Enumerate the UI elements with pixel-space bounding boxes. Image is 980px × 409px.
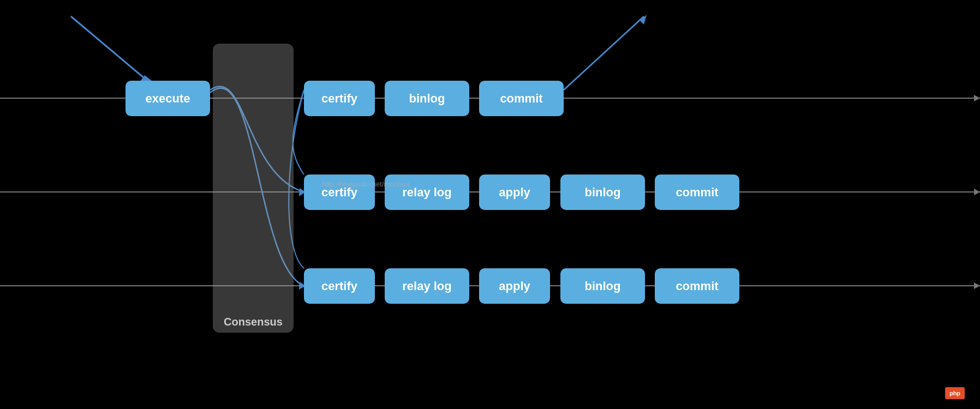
execute-node: execute [126,81,210,116]
apply3-node: apply [479,268,550,304]
commit1-node: commit [479,81,564,116]
certify1-node: certify [304,81,375,116]
relaylog3-node: relay log [385,268,469,304]
svg-marker-5 [974,95,980,101]
watermark: http://bluepsdin.net/monboa [322,180,409,188]
svg-marker-12 [974,189,980,195]
svg-line-20 [71,16,147,81]
svg-line-22 [564,16,644,90]
svg-marker-19 [974,282,980,289]
binlog1-node: binlog [385,81,469,116]
apply2-node: apply [479,175,550,210]
diagram-container: Consensus execute certify binlog commit … [0,0,980,409]
consensus-label: Consensus [224,316,283,328]
commit2-node: commit [655,175,739,210]
commit3-node: commit [655,268,739,304]
certify3-node: certify [304,268,375,304]
binlog2-node: binlog [560,175,645,210]
php-badge: php [945,387,965,399]
binlog3-node: binlog [560,268,645,304]
consensus-region: Consensus [213,44,294,333]
